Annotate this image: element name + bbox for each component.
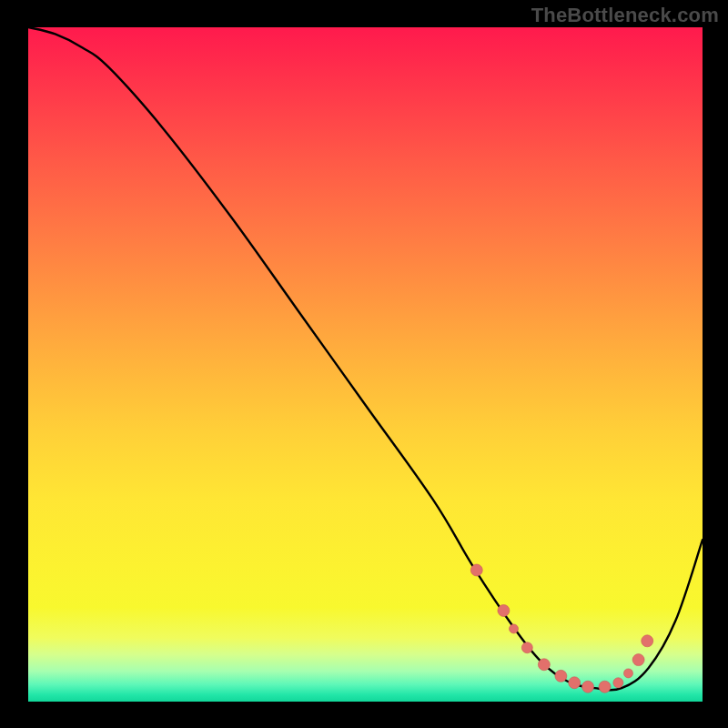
highlight-dot [521,642,532,653]
highlight-dot [582,681,594,693]
watermark-text: TheBottleneck.com [531,4,719,27]
highlight-dot [498,604,510,616]
highlight-dot [599,681,611,693]
highlight-dot [642,635,653,647]
highlight-dot [555,670,567,682]
gradient-background [28,27,703,702]
highlight-dot [470,564,482,576]
highlight-dot [538,659,550,671]
bottleneck-chart [0,0,728,728]
highlight-dot [613,678,623,688]
chart-frame: { "watermark": "TheBottleneck.com", "col… [0,0,728,728]
highlight-dot [632,654,644,666]
highlight-dot [623,669,632,678]
highlight-dot [510,624,519,633]
highlight-dot [569,677,581,689]
